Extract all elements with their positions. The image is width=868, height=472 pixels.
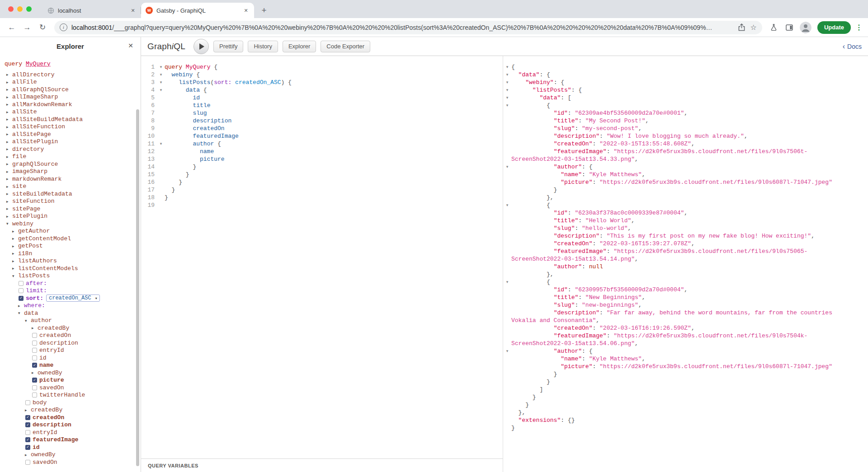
explorer-node-graphQlSource[interactable]: ▸graphQlSource [0, 160, 141, 168]
chevron-right-icon[interactable]: ▸ [12, 266, 18, 271]
explorer-node-ownedBy[interactable]: ▸ownedBy [0, 451, 141, 459]
fold-arrow-icon[interactable]: ▾ [157, 140, 165, 148]
checkbox-unchecked-icon[interactable] [32, 333, 37, 338]
chevron-right-icon[interactable]: ▸ [6, 102, 12, 107]
minimize-window-button[interactable] [17, 6, 23, 12]
sort-select[interactable]: createdOn_ASC▾ [46, 294, 100, 302]
explorer-node-file[interactable]: ▸file [0, 153, 141, 161]
explorer-node-allImageSharp[interactable]: ▸allImageSharp [0, 93, 141, 101]
sidebar-scrollbar[interactable] [136, 109, 139, 466]
query-variables-bar[interactable]: QUERY VARIABLES [141, 458, 503, 472]
explorer-node-description[interactable]: description [0, 339, 141, 347]
chevron-down-icon[interactable]: ▾ [6, 221, 12, 226]
chevron-right-icon[interactable]: ▸ [6, 214, 12, 219]
code-exporter-button[interactable]: Code Exporter [321, 41, 370, 52]
explorer-node-createdOn[interactable]: ✓createdOn [0, 414, 141, 421]
checkbox-unchecked-icon[interactable] [19, 288, 24, 293]
explorer-node-createdBy[interactable]: ▸createdBy [0, 324, 141, 332]
explorer-node-entryId[interactable]: entryId [0, 429, 141, 436]
checkbox-unchecked-icon[interactable] [25, 400, 30, 405]
operation-name[interactable]: MyQuery [26, 61, 51, 67]
explorer-node-getAuthor[interactable]: ▸getAuthor [0, 228, 141, 235]
explorer-node-description[interactable]: ✓description [0, 421, 141, 429]
prettify-button[interactable]: Prettify [213, 41, 243, 52]
explorer-node-featuredImage[interactable]: ✓featuredImage [0, 436, 141, 444]
checkbox-unchecked-icon[interactable] [32, 393, 37, 397]
chevron-right-icon[interactable]: ▸ [25, 408, 31, 412]
explorer-node-savedOn[interactable]: savedOn [0, 458, 141, 466]
chevron-right-icon[interactable]: ▸ [12, 236, 18, 241]
explorer-toggle-button[interactable]: Explorer [283, 41, 316, 52]
explorer-node-i18n[interactable]: ▸i18n [0, 250, 141, 257]
chevron-right-icon[interactable]: ▸ [6, 72, 12, 77]
fold-arrow-icon[interactable]: ▾ [503, 163, 511, 171]
fold-arrow-icon[interactable]: ▾ [503, 278, 511, 286]
chevron-right-icon[interactable]: ▸ [6, 206, 12, 211]
explorer-node-allSitePlugin[interactable]: ▸allSitePlugin [0, 138, 141, 146]
checkbox-unchecked-icon[interactable] [32, 341, 37, 346]
chevron-right-icon[interactable]: ▸ [12, 259, 18, 263]
explorer-node-site[interactable]: ▸site [0, 183, 141, 191]
close-window-button[interactable] [8, 6, 14, 12]
fold-arrow-icon[interactable]: ▾ [503, 94, 511, 102]
chevron-right-icon[interactable]: ▸ [6, 147, 12, 151]
new-tab-button[interactable]: + [258, 4, 270, 17]
explorer-node-getPost[interactable]: ▸getPost [0, 243, 141, 250]
fold-arrow-icon[interactable]: ▾ [503, 86, 511, 94]
history-button[interactable]: History [248, 41, 278, 52]
checkbox-checked-icon[interactable]: ✓ [25, 415, 30, 420]
tab-localhost[interactable]: localhost ✕ [42, 3, 141, 18]
explorer-node-allMarkdownRemark[interactable]: ▸allMarkdownRemark [0, 101, 141, 108]
fold-arrow-icon[interactable]: ▾ [503, 201, 511, 209]
address-bar[interactable]: i localhost:8001/___graphql?query=query%… [54, 21, 762, 34]
checkbox-checked-icon[interactable]: ✓ [32, 363, 37, 368]
fold-arrow-icon[interactable]: ▾ [503, 79, 511, 86]
explorer-node-markdownRemark[interactable]: ▸markdownRemark [0, 175, 141, 183]
chevron-right-icon[interactable]: ▸ [6, 192, 12, 196]
docs-toggle-button[interactable]: ‹ Docs [843, 43, 862, 50]
checkbox-unchecked-icon[interactable] [32, 355, 37, 360]
explorer-node-sitePlugin[interactable]: ▸sitePlugin [0, 213, 141, 220]
explorer-node-id[interactable]: ✓id [0, 444, 141, 451]
chevron-right-icon[interactable]: ▸ [6, 125, 12, 129]
chevron-right-icon[interactable]: ▸ [6, 199, 12, 204]
chevron-right-icon[interactable]: ▸ [6, 140, 12, 144]
fold-arrow-icon[interactable]: ▾ [157, 79, 165, 86]
chevron-down-icon[interactable]: ▾ [12, 274, 18, 278]
reload-button[interactable]: ↻ [35, 21, 50, 34]
explorer-node-name[interactable]: ✓name [0, 362, 141, 369]
chevron-right-icon[interactable]: ▸ [12, 244, 18, 248]
chevron-right-icon[interactable]: ▸ [6, 110, 12, 114]
explorer-node-getContentModel[interactable]: ▸getContentModel [0, 235, 141, 243]
checkbox-unchecked-icon[interactable] [32, 348, 37, 353]
explorer-node-directory[interactable]: ▸directory [0, 145, 141, 153]
explorer-node-savedOn[interactable]: savedOn [0, 384, 141, 392]
chevron-right-icon[interactable]: ▸ [6, 154, 12, 159]
checkbox-checked-icon[interactable]: ✓ [19, 296, 24, 301]
extension-flask-icon[interactable] [767, 21, 781, 34]
site-info-icon[interactable]: i [60, 23, 67, 31]
explorer-node-limit[interactable]: limit: [0, 287, 141, 295]
fold-arrow-icon[interactable]: ▾ [503, 71, 511, 79]
chevron-right-icon[interactable]: ▸ [6, 184, 12, 189]
chevron-right-icon[interactable]: ▸ [6, 87, 12, 92]
close-explorer-icon[interactable]: ✕ [128, 42, 133, 49]
fold-arrow-icon[interactable]: ▾ [503, 102, 511, 109]
chevron-right-icon[interactable]: ▸ [6, 177, 12, 181]
checkbox-checked-icon[interactable]: ✓ [25, 422, 30, 427]
chevron-right-icon[interactable]: ▸ [32, 326, 38, 330]
chevron-right-icon[interactable]: ▸ [25, 453, 31, 457]
checkbox-checked-icon[interactable]: ✓ [32, 378, 37, 383]
fold-arrow-icon[interactable]: ▾ [503, 347, 511, 355]
fullscreen-window-button[interactable] [26, 6, 32, 12]
explorer-node-webiny[interactable]: ▾webiny [0, 220, 141, 228]
chevron-right-icon[interactable]: ▸ [12, 251, 18, 256]
explorer-node-ownedBy[interactable]: ▸ownedBy [0, 369, 141, 377]
explorer-node-createdOn[interactable]: createdOn [0, 332, 141, 340]
chevron-right-icon[interactable]: ▸ [6, 117, 12, 122]
explorer-node-entryId[interactable]: entryId [0, 347, 141, 355]
explorer-node-createdBy[interactable]: ▸createdBy [0, 407, 141, 414]
profile-avatar[interactable] [800, 22, 811, 33]
checkbox-checked-icon[interactable]: ✓ [25, 445, 30, 450]
checkbox-unchecked-icon[interactable] [32, 385, 37, 390]
